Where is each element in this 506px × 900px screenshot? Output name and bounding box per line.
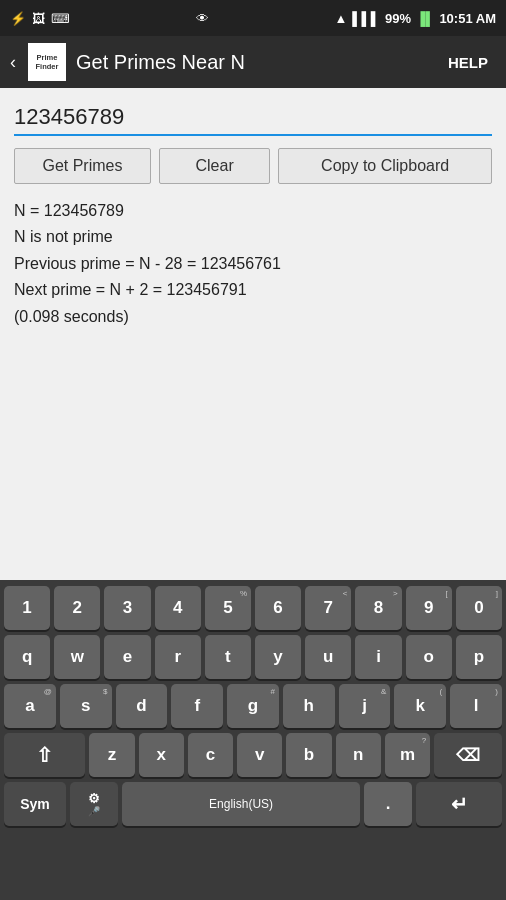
key-4[interactable]: 4 bbox=[155, 586, 201, 630]
key-j[interactable]: j& bbox=[339, 684, 391, 728]
key-3[interactable]: 3 bbox=[104, 586, 150, 630]
key-k[interactable]: k( bbox=[394, 684, 446, 728]
key-5[interactable]: 5% bbox=[205, 586, 251, 630]
key-l[interactable]: l) bbox=[450, 684, 502, 728]
key-8[interactable]: 8> bbox=[355, 586, 401, 630]
copy-to-clipboard-button[interactable]: Copy to Clipboard bbox=[278, 148, 492, 184]
result-line-4: Next prime = N + 2 = 123456791 bbox=[14, 277, 492, 303]
key-w[interactable]: w bbox=[54, 635, 100, 679]
key-y[interactable]: y bbox=[255, 635, 301, 679]
status-right-icons: ▲ ▌▌▌ 99% ▐▌ 10:51 AM bbox=[334, 11, 496, 26]
status-center: 👁 bbox=[196, 11, 209, 26]
result-line-2: N is not prime bbox=[14, 224, 492, 250]
key-c[interactable]: c bbox=[188, 733, 233, 777]
battery-percent: 99% bbox=[385, 11, 411, 26]
key-s[interactable]: s$ bbox=[60, 684, 112, 728]
number-input[interactable] bbox=[14, 100, 492, 136]
app-title: Get Primes Near N bbox=[76, 51, 430, 74]
key-h[interactable]: h bbox=[283, 684, 335, 728]
mic-icon: 🎤 bbox=[88, 806, 100, 817]
key-0[interactable]: 0] bbox=[456, 586, 502, 630]
get-primes-button[interactable]: Get Primes bbox=[14, 148, 151, 184]
sym-key[interactable]: Sym bbox=[4, 782, 66, 826]
key-z[interactable]: z bbox=[89, 733, 134, 777]
enter-key[interactable]: ↵ bbox=[416, 782, 502, 826]
key-r[interactable]: r bbox=[155, 635, 201, 679]
signal-icon: ▌▌▌ bbox=[352, 11, 380, 26]
keyboard-row-qwerty: q w e r t y u i o p bbox=[4, 635, 502, 679]
keyboard-row-zxcv: ⇧ z x c v b n m? ⌫ bbox=[4, 733, 502, 777]
image-icon: 🖼 bbox=[32, 11, 45, 26]
result-line-5: (0.098 seconds) bbox=[14, 304, 492, 330]
status-left-icons: ⚡ 🖼 ⌨ bbox=[10, 11, 70, 26]
key-q[interactable]: q bbox=[4, 635, 50, 679]
key-d[interactable]: d bbox=[116, 684, 168, 728]
key-9[interactable]: 9[ bbox=[406, 586, 452, 630]
results-area: N = 123456789 N is not prime Previous pr… bbox=[14, 198, 492, 330]
back-icon[interactable]: ‹ bbox=[10, 52, 16, 73]
key-p[interactable]: p bbox=[456, 635, 502, 679]
key-2[interactable]: 2 bbox=[54, 586, 100, 630]
period-key[interactable]: . bbox=[364, 782, 412, 826]
logo-text: PrimeFinder bbox=[36, 53, 59, 71]
space-key[interactable]: English(US) bbox=[122, 782, 361, 826]
result-line-1: N = 123456789 bbox=[14, 198, 492, 224]
keyboard-row-numbers: 1 2 3 4 5% 6 7< 8> 9[ 0] bbox=[4, 586, 502, 630]
main-content: Get Primes Clear Copy to Clipboard N = 1… bbox=[0, 88, 506, 580]
key-1[interactable]: 1 bbox=[4, 586, 50, 630]
help-button[interactable]: HELP bbox=[440, 50, 496, 75]
key-o[interactable]: o bbox=[406, 635, 452, 679]
app-bar: ‹ PrimeFinder Get Primes Near N HELP bbox=[0, 36, 506, 88]
wifi-icon: ▲ bbox=[334, 11, 347, 26]
battery-icon: ▐▌ bbox=[416, 11, 434, 26]
key-v[interactable]: v bbox=[237, 733, 282, 777]
key-f[interactable]: f bbox=[171, 684, 223, 728]
settings-mic-key[interactable]: ⚙ 🎤 bbox=[70, 782, 118, 826]
settings-icon: ⚙ bbox=[88, 791, 100, 806]
key-e[interactable]: e bbox=[104, 635, 150, 679]
key-g[interactable]: g# bbox=[227, 684, 279, 728]
key-6[interactable]: 6 bbox=[255, 586, 301, 630]
shift-key[interactable]: ⇧ bbox=[4, 733, 85, 777]
usb-icon: ⚡ bbox=[10, 11, 26, 26]
key-i[interactable]: i bbox=[355, 635, 401, 679]
status-bar: ⚡ 🖼 ⌨ 👁 ▲ ▌▌▌ 99% ▐▌ 10:51 AM bbox=[0, 0, 506, 36]
key-m[interactable]: m? bbox=[385, 733, 430, 777]
keyboard-icon: ⌨ bbox=[51, 11, 70, 26]
backspace-key[interactable]: ⌫ bbox=[434, 733, 502, 777]
key-b[interactable]: b bbox=[286, 733, 331, 777]
clear-button[interactable]: Clear bbox=[159, 148, 270, 184]
key-a[interactable]: a@ bbox=[4, 684, 56, 728]
key-x[interactable]: x bbox=[139, 733, 184, 777]
keyboard-row-asdf: a@ s$ d f g# h j& k( l) bbox=[4, 684, 502, 728]
buttons-row: Get Primes Clear Copy to Clipboard bbox=[14, 148, 492, 184]
key-u[interactable]: u bbox=[305, 635, 351, 679]
result-line-3: Previous prime = N - 28 = 123456761 bbox=[14, 251, 492, 277]
key-n[interactable]: n bbox=[336, 733, 381, 777]
key-7[interactable]: 7< bbox=[305, 586, 351, 630]
time: 10:51 AM bbox=[439, 11, 496, 26]
app-logo: PrimeFinder bbox=[28, 43, 66, 81]
eye-icon: 👁 bbox=[196, 11, 209, 26]
keyboard-bottom-row: Sym ⚙ 🎤 English(US) . ↵ bbox=[4, 782, 502, 826]
key-t[interactable]: t bbox=[205, 635, 251, 679]
keyboard: 1 2 3 4 5% 6 7< 8> 9[ 0] q w e r t y u i… bbox=[0, 580, 506, 900]
